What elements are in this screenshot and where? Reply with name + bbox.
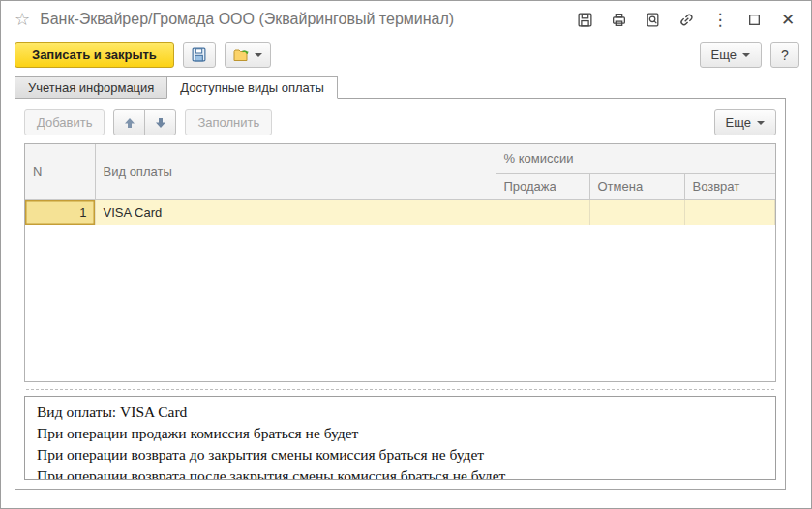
table-row: 1 VISA Card: [25, 199, 775, 225]
titlebar: ☆ Банк-Эквайрер/Громада ООО (Эквайрингов…: [1, 1, 811, 38]
save-and-close-button[interactable]: Записать и закрыть: [15, 42, 174, 68]
command-bar-right: Еще ?: [700, 42, 799, 68]
move-buttons: [113, 109, 176, 135]
tab-strip: Учетная информация Доступные виды оплаты: [15, 76, 811, 99]
col-header-payment-type: Вид оплаты: [95, 144, 496, 199]
tab-available-payment-types[interactable]: Доступные виды оплаты: [166, 76, 338, 99]
commission-info-panel: Вид оплаты: VISA Card При операции прода…: [24, 396, 776, 480]
titlebar-actions: ⋮ ✕: [575, 10, 797, 29]
list-toolbar-right: Еще: [714, 109, 776, 135]
cell-payment-type[interactable]: VISA Card: [95, 199, 496, 225]
splitter-handle[interactable]: [26, 389, 774, 390]
tab-panel: Добавить Заполнить Еще: [15, 98, 786, 490]
more-button-label: Еще: [711, 47, 737, 62]
info-line: При операции возврата после закрытия сме…: [37, 465, 764, 480]
cell-commission-refund[interactable]: [684, 199, 775, 225]
info-line: При операции продажи комиссия браться не…: [37, 423, 764, 444]
tab-account-info[interactable]: Учетная информация: [15, 76, 167, 99]
form-more-button[interactable]: Еще: [700, 42, 762, 68]
reread-button[interactable]: [225, 42, 271, 68]
favorite-star-icon[interactable]: ☆: [15, 11, 30, 28]
list-toolbar: Добавить Заполнить Еще: [15, 99, 785, 143]
form-window: ☆ Банк-Эквайрер/Громада ООО (Эквайрингов…: [0, 0, 812, 509]
col-header-sale: Продажа: [496, 173, 589, 199]
get-link-icon[interactable]: [677, 10, 696, 29]
maximize-icon[interactable]: [744, 10, 764, 29]
payment-types-table: N Вид оплаты % комиссии Продажа Отмена В…: [24, 143, 776, 382]
cell-commission-cancel[interactable]: [589, 199, 684, 225]
add-row-button[interactable]: Добавить: [24, 109, 105, 135]
col-header-refund: Возврат: [684, 173, 775, 199]
table-empty-area: [25, 225, 775, 382]
dropdown-caret-icon: [757, 121, 765, 125]
move-up-button[interactable]: [113, 109, 145, 135]
fill-button[interactable]: Заполнить: [185, 109, 272, 135]
info-line: Вид оплаты: VISA Card: [37, 402, 764, 423]
dropdown-caret-icon: [742, 53, 750, 57]
save-button[interactable]: [183, 42, 216, 68]
command-bar: Записать и закрыть Еще ?: [1, 38, 811, 76]
info-line: При операции возврата до закрытия смены …: [37, 444, 764, 465]
print-preview-icon[interactable]: [643, 10, 662, 29]
help-button[interactable]: ?: [770, 42, 799, 68]
more-button-label: Еще: [726, 115, 751, 130]
cell-commission-sale[interactable]: [496, 199, 589, 225]
move-down-button[interactable]: [144, 109, 176, 135]
save-icon[interactable]: [575, 10, 594, 29]
col-header-commission-group: % комиссии: [496, 144, 775, 173]
dropdown-caret-icon: [255, 53, 262, 57]
more-kebab-icon[interactable]: ⋮: [710, 10, 730, 29]
close-icon[interactable]: ✕: [778, 10, 797, 29]
col-header-cancel: Отмена: [589, 173, 684, 199]
print-icon[interactable]: [609, 10, 628, 29]
list-more-button[interactable]: Еще: [714, 109, 776, 135]
cell-row-number[interactable]: 1: [25, 199, 95, 225]
window-title: Банк-Эквайрер/Громада ООО (Эквайринговый…: [40, 11, 454, 28]
col-header-n: N: [25, 144, 95, 199]
